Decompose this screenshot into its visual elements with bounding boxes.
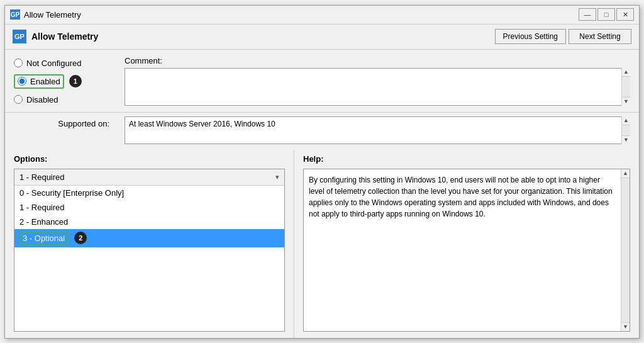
minimize-button[interactable]: — xyxy=(579,8,596,21)
supported-box: At least Windows Server 2016, Windows 10 xyxy=(125,116,630,144)
comment-label: Comment: xyxy=(125,56,630,65)
options-dropdown[interactable]: 1 - Required ▾ xyxy=(14,169,284,186)
dropdown-value: 1 - Required xyxy=(19,172,275,182)
header-title: Allow Telemetry xyxy=(31,31,98,42)
header-left: GP Allow Telemetry xyxy=(13,30,98,43)
options-panel: Options: 1 - Required ▾ 0 - Security [En… xyxy=(5,150,294,338)
header-bar: GP Allow Telemetry Previous Setting Next… xyxy=(5,25,639,50)
supported-value: At least Windows Server 2016, Windows 10 xyxy=(129,120,275,128)
list-item-optional[interactable]: 3 - Optional 2 xyxy=(14,229,284,247)
comment-scroll-down[interactable]: ▼ xyxy=(622,97,630,106)
top-section: Not Configured Enabled 1 Disabled Commen… xyxy=(5,50,639,113)
radio-disabled[interactable]: Disabled xyxy=(14,95,114,104)
radio-enabled-label: Enabled xyxy=(30,77,60,86)
optional-text: 3 - Optional xyxy=(23,233,65,243)
optional-row: 3 - Optional 2 xyxy=(19,232,279,245)
radio-not-configured-label: Not Configured xyxy=(26,59,81,68)
comment-section: Comment: ▲ ▼ xyxy=(125,56,630,106)
comment-scroll-track xyxy=(622,77,630,97)
maximize-button[interactable]: □ xyxy=(597,8,615,21)
comment-input[interactable] xyxy=(125,68,630,106)
list-item[interactable]: 0 - Security [Enterprise Only] xyxy=(14,186,284,200)
help-scrollbar: ▲ ▼ xyxy=(621,169,630,331)
close-button[interactable]: ✕ xyxy=(616,8,634,21)
radio-enabled-input[interactable] xyxy=(18,77,26,86)
optional-highlight: 3 - Optional xyxy=(19,232,68,245)
options-header: Options: xyxy=(14,154,285,164)
badge-two: 2 xyxy=(74,232,87,244)
title-controls: — □ ✕ xyxy=(579,8,634,21)
supported-scroll-down[interactable]: ▼ xyxy=(622,135,630,144)
help-inner: By configuring this setting in Windows 1… xyxy=(303,169,630,332)
dropdown-arrow-icon: ▾ xyxy=(275,173,279,181)
comment-scroll-up[interactable]: ▲ xyxy=(622,68,630,77)
radio-group: Not Configured Enabled 1 Disabled xyxy=(14,56,114,106)
badge-one: 1 xyxy=(69,75,82,87)
radio-disabled-label: Disabled xyxy=(26,95,58,104)
comment-scrollbar: ▲ ▼ xyxy=(621,68,630,106)
supported-section: Supported on: At least Windows Server 20… xyxy=(5,113,639,150)
help-panel: Help: By configuring this setting in Win… xyxy=(294,150,639,338)
supported-scroll-up[interactable]: ▲ xyxy=(622,116,630,125)
next-setting-button[interactable]: Next Setting xyxy=(569,29,631,44)
header-buttons: Previous Setting Next Setting xyxy=(495,29,631,44)
list-item[interactable]: 1 - Required xyxy=(14,200,284,215)
supported-label: Supported on: xyxy=(14,116,114,128)
window-title: Allow Telemetry xyxy=(24,10,81,20)
previous-setting-button[interactable]: Previous Setting xyxy=(495,29,566,44)
title-bar: GP Allow Telemetry — □ ✕ xyxy=(5,6,639,25)
radio-not-configured[interactable]: Not Configured xyxy=(14,59,114,68)
help-scroll-track xyxy=(621,178,630,322)
options-inner: 1 - Required ▾ 0 - Security [Enterprise … xyxy=(14,169,285,332)
list-item[interactable]: 2 - Enhanced xyxy=(14,215,284,229)
bottom-section: Options: 1 - Required ▾ 0 - Security [En… xyxy=(5,150,639,338)
window-icon: GP xyxy=(10,9,20,20)
supported-scroll-track xyxy=(622,125,630,135)
options-list: 0 - Security [Enterprise Only] 1 - Requi… xyxy=(14,186,284,331)
supported-scrollbar: ▲ ▼ xyxy=(621,116,630,144)
help-scroll-down[interactable]: ▼ xyxy=(621,322,630,331)
radio-disabled-input[interactable] xyxy=(14,95,23,104)
supported-wrapper: At least Windows Server 2016, Windows 10… xyxy=(125,116,630,144)
main-window: GP Allow Telemetry — □ ✕ GP Allow Teleme… xyxy=(4,5,640,339)
help-text: By configuring this setting in Windows 1… xyxy=(309,174,613,220)
radio-not-configured-input[interactable] xyxy=(14,59,23,67)
comment-wrapper: ▲ ▼ xyxy=(125,68,630,106)
help-scroll-up[interactable]: ▲ xyxy=(621,169,630,178)
help-header: Help: xyxy=(303,154,630,164)
radio-enabled-highlight: Enabled xyxy=(14,74,64,89)
content-area: Not Configured Enabled 1 Disabled Commen… xyxy=(5,50,639,338)
title-bar-left: GP Allow Telemetry xyxy=(10,9,81,20)
header-icon: GP xyxy=(13,30,26,43)
